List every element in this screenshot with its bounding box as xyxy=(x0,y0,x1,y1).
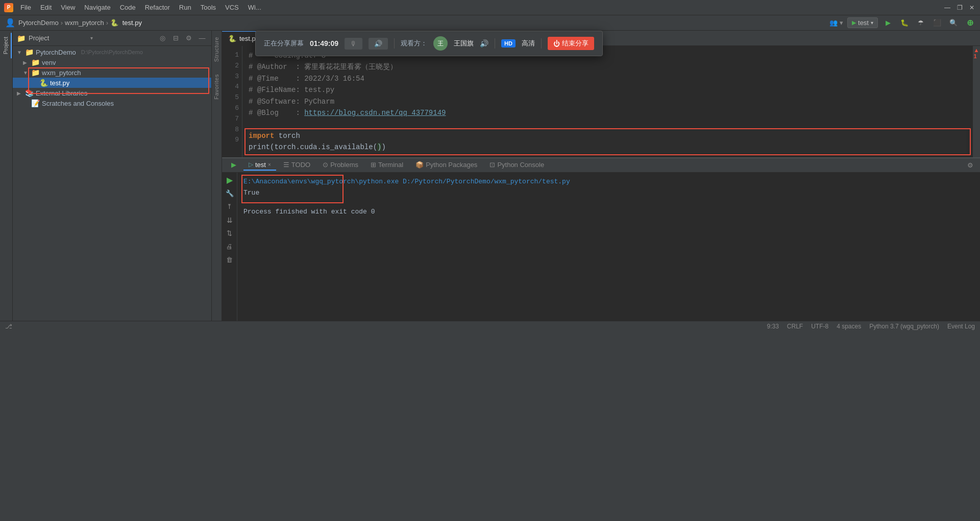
error-badge: ▲ 1 xyxy=(974,47,979,59)
breadcrumb-root[interactable]: PytorchDemo xyxy=(18,19,59,27)
nav-person-icon[interactable]: 👤 xyxy=(4,17,16,29)
menu-navigate[interactable]: Navigate xyxy=(80,3,114,12)
project-settings-btn[interactable]: ⚙ xyxy=(184,33,194,43)
menu-view[interactable]: View xyxy=(57,3,79,12)
line-numbers: 1 2 3 4 5 6 7 8 9 xyxy=(222,46,242,157)
menu-code[interactable]: Code xyxy=(116,3,140,12)
sidebar-tab-project[interactable]: Project xyxy=(1,33,12,58)
tree-venv-name: venv xyxy=(42,59,56,66)
structure-label[interactable]: Structure xyxy=(212,31,222,68)
code-content[interactable]: # -*- coding:utf-8 -*- # @Author : 雾里看花花… xyxy=(242,46,973,157)
share-divider3 xyxy=(541,38,542,49)
share-audio-btn[interactable]: 🔊 xyxy=(369,38,388,50)
menu-wi[interactable]: Wi... xyxy=(244,3,265,12)
menu-bar: File Edit View Navigate Code Refactor Ru… xyxy=(16,3,265,12)
status-crlf[interactable]: CRLF xyxy=(787,323,803,330)
project-collapse-btn[interactable]: ⊟ xyxy=(170,33,181,43)
share-divider xyxy=(394,38,395,49)
tree-testpy[interactable]: ▶ 🐍 test.py xyxy=(13,78,211,88)
bottom-content-area: ▶ 🔧 ⤒ ⇊ ⇅ 🖨 🗑 E:\Anaconda\envs\wgq_pytor… xyxy=(222,173,980,321)
bottom-tab-todo[interactable]: ☰ TODO xyxy=(278,160,315,171)
bottom-tab-python-console[interactable]: ⊡ Python Console xyxy=(484,160,549,171)
clear-btn[interactable]: 🗑 xyxy=(224,254,235,266)
far-left-labels: Structure Favorites xyxy=(212,31,222,321)
add-button[interactable]: ⊕ xyxy=(964,17,976,29)
tree-external-libs[interactable]: ▶ 📚 External Libraries xyxy=(13,88,211,98)
title-bar: P File Edit View Navigate Code Refactor … xyxy=(0,0,980,15)
breadcrumb-folder[interactable]: wxm_pytorch xyxy=(65,19,104,27)
bottom-tab-problems[interactable]: ⊙ Problems xyxy=(317,160,363,171)
tab-file-icon: 🐍 xyxy=(228,35,236,42)
python-file-icon: 🐍 xyxy=(39,79,48,87)
project-header: 📁 Project ▾ ◎ ⊟ ⚙ — xyxy=(13,31,211,46)
status-indent[interactable]: 4 spaces xyxy=(837,323,861,330)
viewer-name: 王国旗 xyxy=(454,39,474,48)
coverage-button[interactable]: ☂ xyxy=(915,17,927,29)
share-divider2 xyxy=(495,38,495,49)
breadcrumb: PytorchDemo › wxm_pytorch › 🐍 test.py xyxy=(18,19,142,27)
share-timer: 01:49:09 xyxy=(310,39,338,48)
audio-icon: 🔊 xyxy=(374,40,382,48)
share-mic-btn[interactable]: 🎙 xyxy=(345,38,362,50)
menu-edit[interactable]: Edit xyxy=(36,3,56,12)
menu-run[interactable]: Run xyxy=(175,3,195,12)
run-button[interactable]: ▶ xyxy=(882,17,894,29)
menu-file[interactable]: File xyxy=(16,3,35,12)
code-line-3: # @Time : 2022/3/3 16:54 xyxy=(249,73,967,84)
nav-people-icon[interactable]: 👥 ▾ xyxy=(829,19,843,27)
status-python-version[interactable]: Python 3.7 (wgq_pytorch) xyxy=(869,323,939,330)
bottom-tab-run-icon[interactable]: ▶ xyxy=(226,160,241,171)
menu-tools[interactable]: Tools xyxy=(197,3,220,12)
power-icon: ⏻ xyxy=(553,40,560,48)
minimize-button[interactable]: — xyxy=(943,4,951,12)
run-config-dropdown[interactable]: ▶ test ▾ xyxy=(847,17,878,28)
print-btn[interactable]: 🖨 xyxy=(224,241,235,252)
debug-button[interactable]: 🐛 xyxy=(898,17,911,29)
tree-scratches-name: Scratches and Consoles xyxy=(42,100,114,107)
code-line-7 xyxy=(249,119,967,130)
bottom-tab-python-packages[interactable]: 📦 Python Packages xyxy=(410,160,482,171)
lib-icon: 📚 xyxy=(25,89,34,97)
root-folder-icon: 📁 xyxy=(25,48,34,56)
tree-root-arrow: ▼ xyxy=(17,50,23,55)
close-button[interactable]: ✕ xyxy=(968,4,976,12)
menu-vcs[interactable]: VCS xyxy=(221,3,243,12)
scroll-bottom-btn[interactable]: ⇊ xyxy=(224,215,235,226)
sort-btn[interactable]: ⇅ xyxy=(224,228,235,239)
search-button[interactable]: 🔍 xyxy=(947,17,960,29)
share-audio-indicator: 🔊 xyxy=(480,39,488,48)
stop-button[interactable]: ⬛ xyxy=(931,17,943,29)
bottom-settings-btn[interactable]: ⚙ xyxy=(965,159,976,171)
status-bar: ⎇ 9:33 CRLF UTF-8 4 spaces Python 3.7 (w… xyxy=(0,321,980,332)
console-tab-icon: ⊡ xyxy=(489,161,495,169)
tree-wxm-arrow: ▼ xyxy=(23,70,29,76)
code-editor[interactable]: 1 2 3 4 5 6 7 8 9 # -*- coding:utf-8 -*-… xyxy=(222,46,973,157)
run-tab-close[interactable]: × xyxy=(268,162,271,168)
status-event-log[interactable]: Event Log xyxy=(947,323,975,330)
status-encoding[interactable]: UTF-8 xyxy=(811,323,828,330)
scroll-top-btn[interactable]: ⤒ xyxy=(224,201,235,212)
project-close-btn[interactable]: — xyxy=(197,33,207,43)
status-line-col[interactable]: 9:33 xyxy=(767,323,778,330)
tree-scratches[interactable]: ▶ 📝 Scratches and Consoles xyxy=(13,98,211,108)
tree-testpy-name: test.py xyxy=(50,79,69,87)
title-bar-right: — ❐ ✕ xyxy=(943,4,976,12)
menu-refactor[interactable]: Refactor xyxy=(141,3,174,12)
maximize-button[interactable]: ❐ xyxy=(955,4,964,12)
share-end-button[interactable]: ⏻ 结束分享 xyxy=(548,37,594,50)
bottom-tab-run[interactable]: ▷ test × xyxy=(243,160,276,171)
blog-link[interactable]: https://blog.csdn.net/qq_43779149 xyxy=(304,109,446,117)
run-again-btn[interactable]: ▶ xyxy=(224,175,235,186)
nav-bar: 👤 PytorchDemo › wxm_pytorch › 🐍 test.py … xyxy=(0,15,980,31)
tree-venv[interactable]: ▶ 📁 venv xyxy=(13,57,211,67)
code-highlight-container: import torch print(torch.cuda.is_availab… xyxy=(249,130,967,153)
bottom-tab-terminal[interactable]: ⊞ Terminal xyxy=(365,160,408,171)
tree-wxm-pytorch[interactable]: ▼ 📁 wxm_pytorch xyxy=(13,67,211,78)
tree-ext-arrow: ▶ xyxy=(17,90,23,96)
app-icon: P xyxy=(4,3,13,12)
tree-root[interactable]: ▼ 📁 PytorchDemo D:\Pytorch\PytorchDemo xyxy=(13,47,211,57)
project-locate-btn[interactable]: ◎ xyxy=(157,33,167,43)
favorites-label[interactable]: Favorites xyxy=(212,68,222,106)
output-cmd-line: E:\Anaconda\envs\wgq_pytorch\python.exe … xyxy=(243,177,974,187)
rerun-btn[interactable]: 🔧 xyxy=(224,188,235,199)
